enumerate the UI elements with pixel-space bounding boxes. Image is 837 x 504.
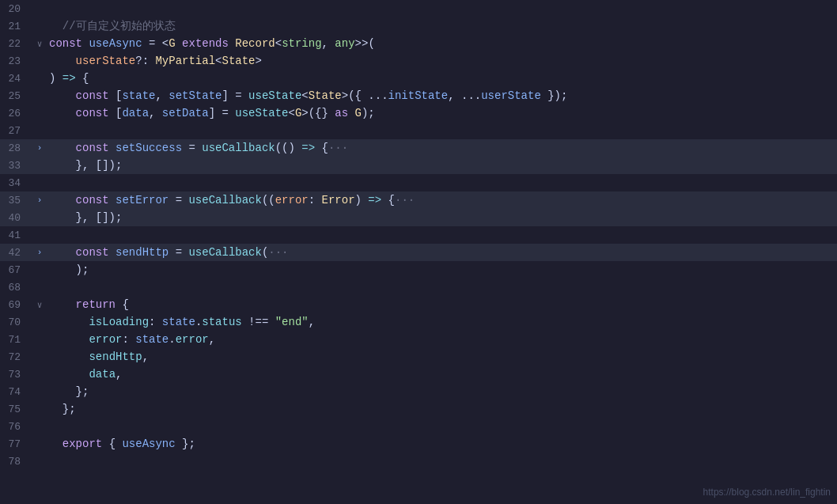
line-number: 74 — [0, 386, 33, 398]
code-token: => — [301, 142, 315, 154]
code-token: state — [122, 89, 155, 102]
line-number: 75 — [0, 404, 33, 415]
code-line: 21 //可自定义初始的状态 — [0, 17, 837, 35]
code-token: [ — [116, 89, 122, 102]
code-lines: 20 21 //可自定义初始的状态 22 ∨ const useAsync = … — [0, 0, 837, 470]
code-line: 68 — [0, 279, 837, 296]
code-token: }; — [176, 438, 195, 450]
code-token: string — [282, 37, 321, 50]
code-token — [49, 142, 76, 154]
code-line: 69 ∨ return { — [0, 296, 837, 313]
code-token: sendHttp — [89, 351, 142, 363]
code-token: : — [309, 194, 322, 207]
line-content: const useAsync = < G extends Record < st… — [46, 37, 837, 50]
code-token: , — [149, 107, 162, 119]
line-number: 76 — [0, 421, 33, 433]
code-token: setSuccess — [116, 142, 188, 154]
code-token: = — [188, 142, 202, 154]
line-number: 41 — [0, 229, 33, 241]
code-token — [49, 351, 89, 363]
line-number: 67 — [0, 264, 33, 276]
code-token: < — [215, 55, 222, 67]
code-token: : — [122, 333, 135, 346]
code-token: //可自定义初始的状态 — [49, 19, 176, 33]
code-token: , — [155, 89, 169, 102]
line-content: const setError = useCallback (( error : … — [46, 194, 837, 207]
line-content: ); — [46, 263, 837, 276]
line-content: const sendHttp = useCallback ( ··· — [46, 246, 837, 259]
code-token: ] = — [222, 89, 248, 102]
line-number: 72 — [0, 351, 33, 363]
line-content: }, []); — [46, 211, 837, 224]
code-token: status — [202, 316, 248, 328]
code-line: 35 › const setError = useCallback (( err… — [0, 191, 837, 209]
code-token: (( — [262, 194, 275, 207]
code-token — [49, 89, 76, 102]
code-token: }; — [49, 385, 89, 398]
fold-arrow[interactable]: › — [33, 248, 46, 257]
fold-arrow[interactable]: › — [33, 195, 46, 205]
code-token: useCallback — [188, 194, 261, 207]
code-token: MyPartial — [155, 55, 215, 67]
code-token: ··· — [268, 246, 288, 259]
code-token: "end" — [275, 316, 309, 328]
code-token: < — [289, 107, 295, 119]
fold-arrow[interactable]: ∨ — [33, 300, 46, 310]
code-token — [49, 246, 76, 259]
code-token: const — [76, 142, 116, 154]
code-line: 77 export { useAsync }; — [0, 435, 837, 453]
code-token: , — [142, 351, 149, 363]
line-number: 71 — [0, 334, 33, 346]
line-number: 69 — [0, 299, 33, 311]
code-token: : — [149, 316, 162, 328]
code-token: >({ ... — [342, 89, 388, 102]
code-line: 22 ∨ const useAsync = < G extends Record… — [0, 35, 837, 52]
code-token: any — [335, 37, 354, 50]
code-token: , — [309, 316, 315, 328]
line-number: 34 — [0, 177, 33, 189]
code-line: 75 }; — [0, 400, 837, 418]
code-token: ··· — [395, 194, 415, 207]
code-token: userState — [76, 55, 136, 67]
code-token: useAsync — [89, 37, 149, 50]
fold-arrow[interactable]: › — [33, 143, 46, 153]
code-token: error — [89, 333, 122, 346]
code-token: userState — [481, 89, 541, 102]
code-token: = — [176, 246, 189, 259]
line-number: 23 — [0, 55, 33, 67]
code-token: setError — [116, 194, 176, 207]
code-token: { — [82, 72, 89, 85]
line-number: 20 — [0, 3, 33, 15]
code-line: 73 data , — [0, 366, 837, 383]
code-line: 25 const [ state , setState ] = useState… — [0, 87, 837, 104]
code-token: => — [62, 72, 82, 85]
watermark: https://blog.csdn.net/lin_fightin — [703, 487, 831, 498]
code-line: 40 }, []); — [0, 209, 837, 226]
code-token: => — [368, 194, 381, 207]
code-token: setState — [169, 89, 222, 102]
code-token — [49, 333, 89, 346]
code-token: const — [76, 107, 116, 119]
line-content: return { — [46, 298, 837, 311]
code-token: as — [335, 107, 354, 119]
code-token: State — [309, 89, 342, 102]
line-number: 33 — [0, 160, 33, 172]
fold-arrow[interactable]: ∨ — [33, 39, 46, 49]
line-number: 28 — [0, 142, 33, 154]
code-token: < — [301, 89, 308, 102]
code-token: , — [116, 368, 122, 381]
code-token: }, []); — [49, 211, 122, 224]
code-token: const — [49, 37, 89, 50]
code-token: data — [89, 368, 116, 381]
code-line: 20 — [0, 0, 837, 17]
code-token: (() — [275, 142, 302, 154]
code-token: initState — [388, 89, 449, 102]
code-token: Error — [322, 194, 355, 207]
code-token: export — [62, 438, 109, 450]
line-content: const setSuccess = useCallback (() => { … — [46, 142, 837, 154]
code-token: >>( — [355, 37, 375, 50]
code-token: state — [135, 333, 169, 346]
code-token: > — [256, 55, 262, 67]
code-token: State — [222, 55, 255, 67]
line-number: 35 — [0, 195, 33, 207]
